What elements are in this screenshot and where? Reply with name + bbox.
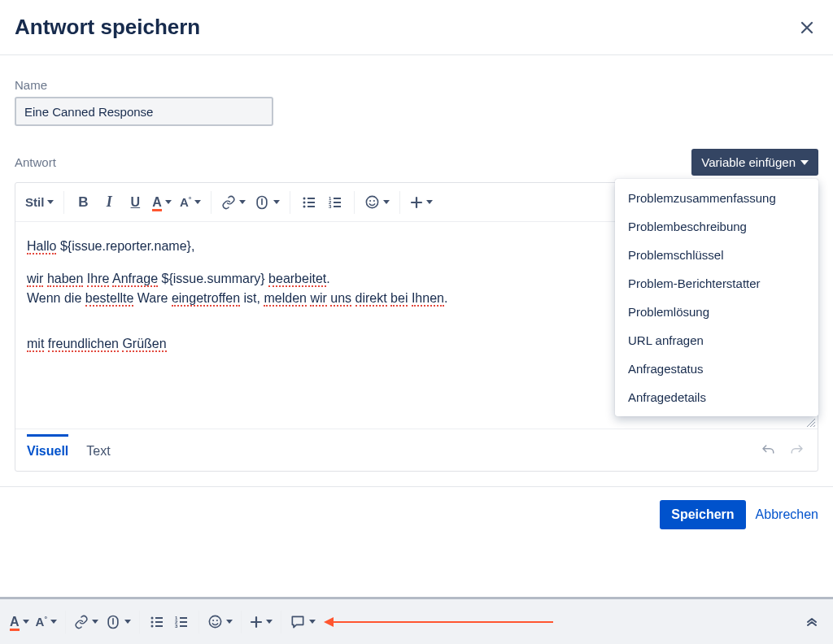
plus-icon	[250, 616, 263, 629]
chevron-down-icon	[165, 200, 172, 204]
text-color-button[interactable]: A	[149, 189, 175, 216]
underline-button[interactable]: U	[123, 189, 147, 216]
link-icon	[221, 195, 236, 210]
resize-handle[interactable]	[807, 419, 815, 427]
svg-point-17	[151, 616, 154, 619]
undo-button[interactable]	[759, 443, 777, 458]
dialog-footer: Speichern Abbrechen	[0, 486, 833, 542]
separator	[211, 191, 212, 214]
link-icon	[74, 615, 89, 629]
variable-dropdown: Problemzusammenfassung Problembeschreibu…	[615, 179, 818, 416]
separator	[241, 611, 242, 633]
bg-attachment-button[interactable]	[102, 608, 134, 636]
expand-button[interactable]	[805, 616, 826, 629]
svg-rect-12	[334, 206, 341, 207]
bullet-list-icon	[302, 195, 316, 210]
bg-text-color-button[interactable]: A	[7, 608, 33, 636]
editor-tabs: Visuell Text	[15, 429, 818, 471]
chevron-down-icon	[383, 200, 390, 204]
link-button[interactable]	[218, 189, 249, 216]
separator	[399, 191, 400, 214]
insert-more-button[interactable]	[407, 189, 436, 216]
chevron-down-icon	[426, 200, 433, 204]
svg-rect-6	[307, 206, 315, 207]
bold-button[interactable]: B	[71, 189, 95, 216]
svg-rect-22	[155, 625, 163, 627]
plus-icon	[410, 196, 423, 209]
svg-point-15	[373, 200, 375, 202]
variable-option[interactable]: Problemschlüssel	[615, 241, 818, 269]
svg-text:3: 3	[175, 624, 178, 629]
bullet-list-button[interactable]	[297, 189, 321, 216]
close-icon[interactable]	[797, 18, 817, 37]
style-dropdown[interactable]: Stil	[22, 189, 57, 216]
separator	[290, 191, 290, 214]
emoji-icon	[207, 614, 223, 629]
attachment-button[interactable]	[251, 189, 283, 216]
bg-more-formatting-button[interactable]: A°	[33, 608, 60, 636]
svg-point-19	[151, 620, 154, 623]
variable-option[interactable]: Problemzusammenfassung	[615, 184, 818, 212]
dialog-header: Antwort speichern	[0, 0, 833, 55]
save-button[interactable]: Speichern	[660, 500, 745, 529]
chat-icon	[290, 614, 306, 630]
emoji-button[interactable]	[361, 189, 393, 216]
svg-point-21	[151, 624, 154, 627]
svg-rect-4	[307, 202, 315, 203]
chevron-down-icon	[266, 620, 273, 624]
chevron-down-icon	[800, 160, 809, 165]
name-input[interactable]	[15, 97, 273, 126]
svg-point-3	[303, 201, 306, 203]
svg-rect-10	[334, 202, 341, 203]
insert-variable-button[interactable]: Variable einfügen	[691, 149, 818, 176]
separator	[65, 611, 66, 633]
attachment-icon	[105, 614, 121, 630]
background-toolbar: A A° 123	[0, 597, 833, 644]
tab-text[interactable]: Text	[86, 434, 110, 467]
tab-visual[interactable]: Visuell	[27, 434, 68, 467]
separator	[198, 611, 199, 633]
svg-rect-24	[180, 617, 187, 619]
svg-rect-18	[155, 617, 163, 619]
redo-button[interactable]	[788, 443, 806, 458]
style-label: Stil	[25, 195, 44, 209]
numbered-list-button[interactable]: 123	[323, 189, 347, 216]
chevron-down-icon	[92, 620, 98, 624]
bg-numbered-list-button[interactable]: 123	[169, 608, 194, 636]
bg-canned-response-button[interactable]	[286, 608, 319, 636]
italic-button[interactable]: I	[97, 189, 121, 216]
chevron-down-icon	[47, 200, 54, 204]
variable-option[interactable]: Problem-Berichterstatter	[615, 269, 818, 298]
more-formatting-button[interactable]: A°	[177, 189, 204, 216]
bg-link-button[interactable]	[71, 608, 102, 636]
bullet-list-icon	[150, 615, 164, 629]
variable-option[interactable]: Problemlösung	[615, 298, 818, 326]
variable-option[interactable]: Anfragestatus	[615, 355, 818, 383]
variable-option[interactable]: URL anfragen	[615, 326, 818, 355]
chevron-down-icon	[239, 200, 246, 204]
dialog-title: Antwort speichern	[15, 15, 200, 40]
svg-point-31	[216, 620, 218, 621]
separator	[63, 191, 64, 214]
svg-rect-26	[180, 621, 187, 623]
variable-option[interactable]: Problembeschreibung	[615, 212, 818, 241]
numbered-list-icon: 123	[328, 195, 342, 210]
variable-option[interactable]: Anfragedetails	[615, 383, 818, 411]
svg-rect-2	[307, 198, 315, 199]
separator	[354, 191, 355, 214]
chevron-down-icon	[194, 200, 201, 204]
bg-bullet-list-button[interactable]	[145, 608, 169, 636]
chevron-down-icon	[23, 620, 29, 624]
name-label: Name	[15, 78, 818, 92]
bg-emoji-button[interactable]	[204, 608, 236, 636]
chevron-down-icon	[124, 620, 131, 624]
separator	[139, 611, 140, 633]
chevron-down-icon	[50, 620, 57, 624]
svg-point-1	[303, 197, 306, 199]
svg-point-5	[303, 205, 306, 207]
cancel-button[interactable]: Abbrechen	[756, 507, 818, 522]
annotation-arrow	[324, 617, 553, 627]
bg-insert-more-button[interactable]	[246, 608, 276, 636]
svg-point-14	[369, 200, 371, 202]
svg-point-30	[212, 620, 214, 621]
